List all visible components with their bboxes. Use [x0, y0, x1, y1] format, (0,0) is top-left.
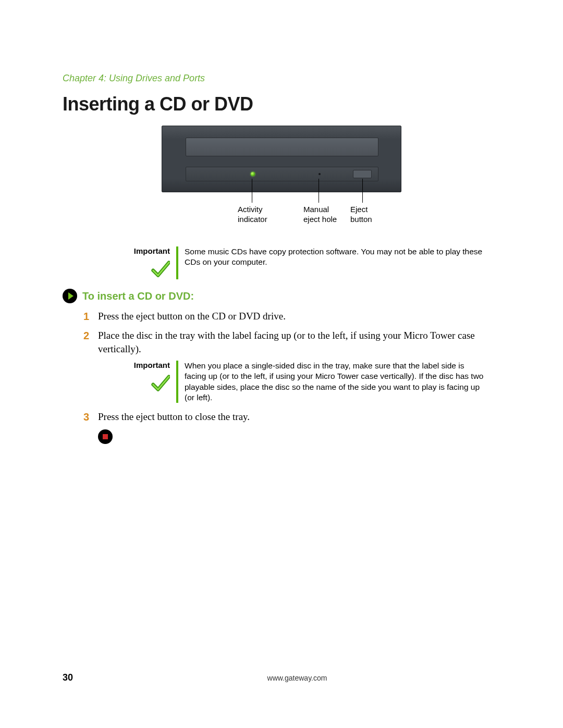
page-title: Inserting a CD or DVD	[63, 93, 500, 115]
play-icon	[63, 289, 77, 303]
step-text: Press the eject button on the CD or DVD …	[98, 310, 500, 324]
checkmark-icon	[150, 260, 170, 279]
activity-led-icon	[251, 172, 255, 176]
footer-url: www.gateway.com	[94, 674, 500, 682]
procedure-title: To insert a CD or DVD:	[82, 290, 194, 302]
important-text: When you place a single-sided disc in th…	[178, 361, 485, 403]
figure-callouts: Activity indicator Manual eject hole Eje…	[162, 196, 401, 238]
callout-line	[252, 179, 252, 203]
optical-drive-image	[162, 126, 401, 192]
important-note: Important When you place a single-sided …	[120, 361, 485, 403]
page-number: 30	[63, 672, 94, 683]
page-footer: 30 www.gateway.com	[63, 672, 500, 683]
step-2: 2 Place the disc in the tray with the la…	[83, 329, 500, 355]
callout-line	[319, 179, 319, 203]
step-number: 1	[83, 310, 98, 324]
checkmark-icon	[150, 374, 170, 393]
step-text: Press the eject button to close the tray…	[98, 410, 500, 424]
important-label: Important	[134, 246, 170, 255]
stop-icon	[98, 429, 113, 444]
step-text: Place the disc in the tray with the labe…	[98, 329, 500, 355]
important-label: Important	[134, 361, 170, 369]
page-content: Chapter 4: Using Drives and Ports Insert…	[63, 73, 500, 444]
important-text: Some music CDs have copy protection soft…	[178, 246, 485, 279]
eject-button-icon	[353, 170, 372, 178]
callout-activity: Activity indicator	[238, 205, 300, 225]
callout-eject-button: Eject button	[350, 205, 413, 225]
chapter-header: Chapter 4: Using Drives and Ports	[63, 73, 500, 84]
step-number: 2	[83, 329, 98, 355]
step-number: 3	[83, 410, 98, 424]
drive-figure	[162, 126, 401, 192]
important-note: Important Some music CDs have copy prote…	[120, 246, 485, 279]
step-1: 1 Press the eject button on the CD or DV…	[83, 310, 500, 324]
step-3: 3 Press the eject button to close the tr…	[83, 410, 500, 424]
drive-panel	[186, 167, 378, 181]
manual-eject-hole-icon	[319, 173, 321, 175]
callout-line	[362, 179, 363, 203]
procedure-heading: To insert a CD or DVD:	[63, 289, 500, 303]
drive-tray	[186, 138, 378, 156]
